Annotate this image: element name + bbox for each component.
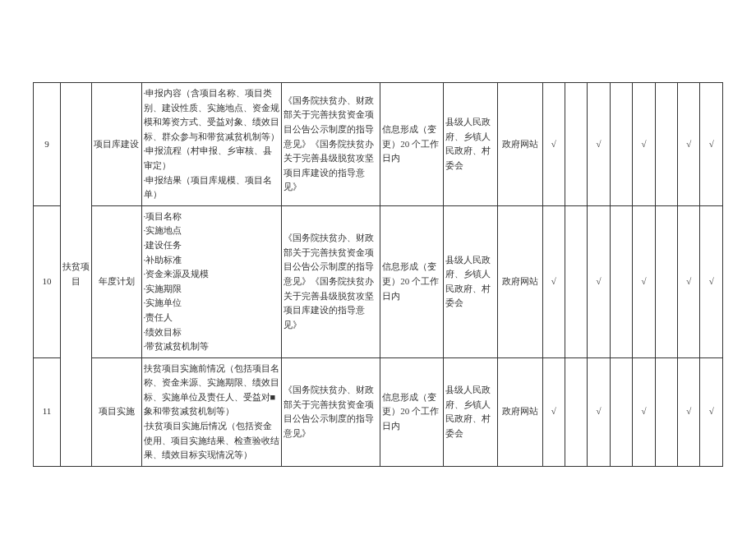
disclosure-table: 9 扶贫项目 项目库建设 ·申报内容（含项目名称、项目类别、建设性质、实施地点、… — [33, 82, 723, 467]
row-index: 10 — [34, 205, 61, 357]
check-cell — [565, 205, 587, 357]
check-cell — [610, 205, 632, 357]
table-row: 9 扶贫项目 项目库建设 ·申报内容（含项目名称、项目类别、建设性质、实施地点、… — [34, 83, 723, 206]
check-cell — [610, 83, 632, 206]
check-cell: √ — [633, 83, 655, 206]
check-cell: √ — [700, 357, 723, 466]
item-cell: 年度计划 — [92, 205, 141, 357]
timing-cell: 信息形成（变更）20 个工作日内 — [380, 83, 444, 206]
item-cell: 项目实施 — [92, 357, 141, 466]
category-cell: 扶贫项目 — [60, 83, 91, 467]
subject-cell: 县级人民政府、乡镇人民政府、村委会 — [443, 205, 497, 357]
check-cell: √ — [542, 205, 565, 357]
content-cell: ·项目名称 ·实施地点 ·建设任务 ·补助标准 ·资金来源及规模 ·实施期限 ·… — [141, 205, 281, 357]
subject-cell: 县级人民政府、乡镇人民政府、村委会 — [443, 83, 497, 206]
channel-cell: 政府网站 — [497, 205, 542, 357]
table-row: 10 年度计划 ·项目名称 ·实施地点 ·建设任务 ·补助标准 ·资金来源及规模… — [34, 205, 723, 357]
channel-cell: 政府网站 — [497, 357, 542, 466]
check-cell: √ — [633, 205, 655, 357]
check-cell: √ — [542, 83, 565, 206]
check-cell: √ — [588, 205, 610, 357]
basis-cell: 《国务院扶贫办、财政部关于完善扶贫资金项目公告公示制度的指导意见》《国务院扶贫办… — [281, 205, 380, 357]
basis-cell: 《国务院扶贫办、财政部关于完善扶贫资金项目公告公示制度的指导意见》《国务院扶贫办… — [281, 83, 380, 206]
check-cell — [655, 357, 677, 466]
check-cell — [610, 357, 632, 466]
check-cell — [655, 205, 677, 357]
check-cell: √ — [588, 83, 610, 206]
row-index: 9 — [34, 83, 61, 206]
basis-cell: 《国务院扶贫办、财政部关于完善扶贫资金项目公告公示制度的指导意见》 — [281, 357, 380, 466]
check-cell: √ — [678, 205, 700, 357]
check-cell: √ — [542, 357, 565, 466]
check-cell — [565, 357, 587, 466]
check-cell: √ — [700, 83, 723, 206]
check-cell: √ — [633, 357, 655, 466]
check-cell: √ — [588, 357, 610, 466]
row-index: 11 — [34, 357, 61, 466]
timing-cell: 信息形成（变更）20 个工作日内 — [380, 205, 444, 357]
check-cell: √ — [700, 205, 723, 357]
channel-cell: 政府网站 — [497, 83, 542, 206]
check-cell: √ — [678, 357, 700, 466]
content-cell: 扶贫项目实施前情况（包括项目名称、资金来源、实施期限、绩效目标、实施单位及责任人… — [141, 357, 281, 466]
timing-cell: 信息形成（变更）20 个工作日内 — [380, 357, 444, 466]
check-cell — [655, 83, 677, 206]
check-cell — [565, 83, 587, 206]
table-row: 11 项目实施 扶贫项目实施前情况（包括项目名称、资金来源、实施期限、绩效目标、… — [34, 357, 723, 466]
item-cell: 项目库建设 — [92, 83, 141, 206]
subject-cell: 县级人民政府、乡镇人民政府、村委会 — [443, 357, 497, 466]
check-cell: √ — [678, 83, 700, 206]
content-cell: ·申报内容（含项目名称、项目类别、建设性质、实施地点、资金规模和筹资方式、受益对… — [141, 83, 281, 206]
